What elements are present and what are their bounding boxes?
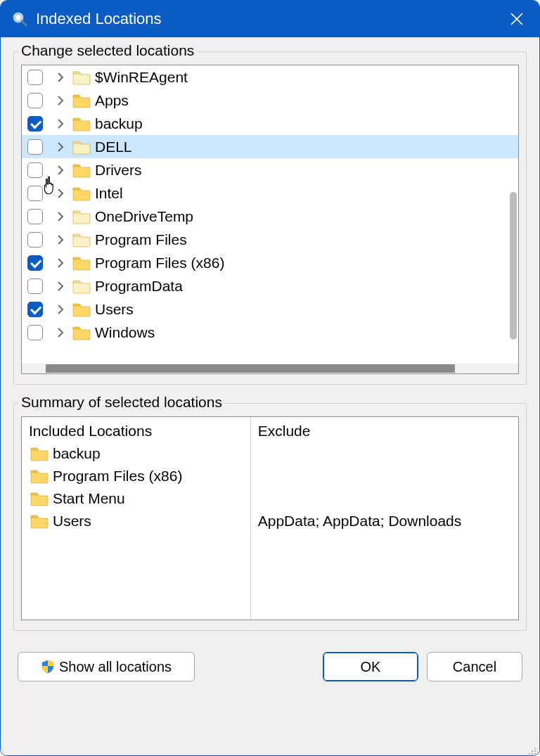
- search-index-icon: [11, 10, 29, 28]
- tree-row-label: DELL: [95, 139, 132, 155]
- change-locations-group: Change selected locations $WinREAgent Ap…: [13, 51, 527, 385]
- tree-row[interactable]: Apps: [22, 89, 518, 112]
- tree-row[interactable]: OneDriveTemp: [22, 205, 518, 228]
- tree-row[interactable]: ProgramData: [22, 274, 518, 297]
- ok-button[interactable]: OK: [323, 652, 418, 681]
- svg-point-8: [529, 753, 530, 755]
- folder-icon: [72, 302, 91, 317]
- change-locations-legend: Change selected locations: [18, 42, 197, 59]
- tree-row-label: Windows: [95, 324, 155, 341]
- summary-group: Summary of selected locations Included L…: [13, 403, 527, 631]
- tree-row-checkbox[interactable]: [27, 116, 43, 132]
- chevron-right-icon[interactable]: [54, 303, 67, 316]
- exclude-location-label: AppData; AppData; Downloads: [258, 513, 462, 530]
- close-button[interactable]: [501, 1, 532, 37]
- chevron-right-icon[interactable]: [54, 141, 67, 153]
- summary-panel: Included Locations backup Program Files …: [21, 416, 519, 620]
- tree-row[interactable]: Program Files: [22, 228, 518, 251]
- locations-tree[interactable]: $WinREAgent Apps backup DELL Drivers Int…: [21, 65, 519, 374]
- chevron-right-icon[interactable]: [54, 326, 67, 339]
- tree-row-label: Apps: [95, 92, 129, 109]
- folder-icon: [30, 513, 49, 529]
- tree-row-checkbox[interactable]: [27, 209, 43, 224]
- svg-point-5: [534, 748, 536, 749]
- tree-row-label: Program Files: [95, 231, 187, 248]
- folder-icon: [72, 139, 91, 155]
- chevron-right-icon[interactable]: [54, 280, 67, 293]
- show-all-locations-button[interactable]: Show all locations: [18, 652, 195, 681]
- shield-icon: [41, 660, 55, 674]
- chevron-right-icon[interactable]: [54, 257, 67, 269]
- cancel-button[interactable]: Cancel: [427, 652, 522, 681]
- folder-icon: [72, 232, 91, 248]
- tree-row-checkbox[interactable]: [27, 302, 43, 317]
- exclude-location-row[interactable]: [258, 465, 511, 487]
- tree-row[interactable]: backup: [22, 112, 518, 135]
- tree-row[interactable]: Windows: [22, 321, 518, 344]
- folder-icon: [72, 116, 91, 132]
- folder-icon: [72, 255, 91, 271]
- tree-row-label: Drivers: [95, 162, 142, 179]
- summary-legend: Summary of selected locations: [18, 394, 225, 411]
- tree-row-checkbox[interactable]: [27, 70, 43, 85]
- tree-row[interactable]: Program Files (x86): [22, 251, 518, 274]
- horizontal-scrollbar[interactable]: [22, 364, 518, 373]
- tree-row[interactable]: $WinREAgent: [22, 65, 518, 89]
- resize-grip[interactable]: [527, 743, 536, 752]
- tree-row-checkbox[interactable]: [27, 162, 43, 178]
- included-location-label: Start Menu: [53, 490, 125, 507]
- tree-row-label: $WinREAgent: [95, 69, 188, 86]
- included-location-row[interactable]: Start Menu: [29, 487, 243, 510]
- folder-icon: [72, 209, 91, 224]
- tree-row-checkbox[interactable]: [27, 325, 43, 340]
- tree-viewport: $WinREAgent Apps backup DELL Drivers Int…: [22, 65, 518, 364]
- exclude-location-row[interactable]: [258, 487, 511, 510]
- ok-label: OK: [361, 659, 381, 675]
- tree-row-label: Intel: [95, 185, 123, 202]
- included-location-row[interactable]: Users: [29, 510, 243, 532]
- tree-row-checkbox[interactable]: [27, 139, 43, 155]
- tree-row-label: Users: [95, 301, 134, 318]
- tree-row-checkbox[interactable]: [27, 232, 43, 248]
- svg-point-9: [532, 753, 533, 755]
- svg-point-10: [534, 753, 536, 755]
- tree-row[interactable]: Intel: [22, 181, 518, 205]
- folder-icon: [72, 93, 91, 108]
- included-location-label: backup: [53, 445, 101, 462]
- chevron-right-icon[interactable]: [54, 94, 67, 107]
- dialog-body: Change selected locations $WinREAgent Ap…: [1, 37, 539, 755]
- included-header: Included Locations: [29, 423, 243, 440]
- folder-icon: [72, 70, 91, 85]
- folder-icon: [30, 468, 49, 484]
- exclude-header: Exclude: [258, 423, 511, 440]
- exclude-location-row[interactable]: AppData; AppData; Downloads: [258, 510, 511, 532]
- tree-row[interactable]: DELL: [22, 135, 518, 158]
- chevron-right-icon[interactable]: [54, 71, 67, 84]
- window-title: Indexed Locations: [36, 10, 501, 28]
- svg-line-2: [22, 21, 26, 25]
- dialog-button-row: Show all locations OK Cancel: [13, 649, 527, 681]
- vertical-scrollbar-thumb[interactable]: [510, 192, 517, 340]
- chevron-right-icon[interactable]: [54, 210, 67, 223]
- tree-row-checkbox[interactable]: [27, 255, 43, 271]
- tree-row-label: ProgramData: [95, 278, 183, 295]
- folder-icon: [30, 491, 49, 506]
- tree-row[interactable]: Users: [22, 297, 518, 321]
- chevron-right-icon[interactable]: [54, 164, 67, 177]
- chevron-right-icon[interactable]: [54, 187, 67, 200]
- folder-icon: [72, 186, 91, 201]
- tree-row[interactable]: Drivers: [22, 158, 518, 181]
- exclude-location-row[interactable]: [258, 442, 511, 465]
- included-location-row[interactable]: Program Files (x86): [29, 465, 243, 487]
- horizontal-scrollbar-thumb[interactable]: [46, 364, 455, 373]
- tree-row-checkbox[interactable]: [27, 278, 43, 294]
- tree-row-checkbox[interactable]: [27, 186, 43, 201]
- folder-icon: [30, 446, 49, 461]
- tree-row-checkbox[interactable]: [27, 93, 43, 108]
- included-location-row[interactable]: backup: [29, 442, 243, 465]
- chevron-right-icon[interactable]: [54, 233, 67, 246]
- chevron-right-icon[interactable]: [54, 117, 67, 130]
- included-location-label: Program Files (x86): [53, 468, 182, 485]
- svg-point-1: [15, 15, 22, 21]
- cancel-label: Cancel: [453, 659, 496, 675]
